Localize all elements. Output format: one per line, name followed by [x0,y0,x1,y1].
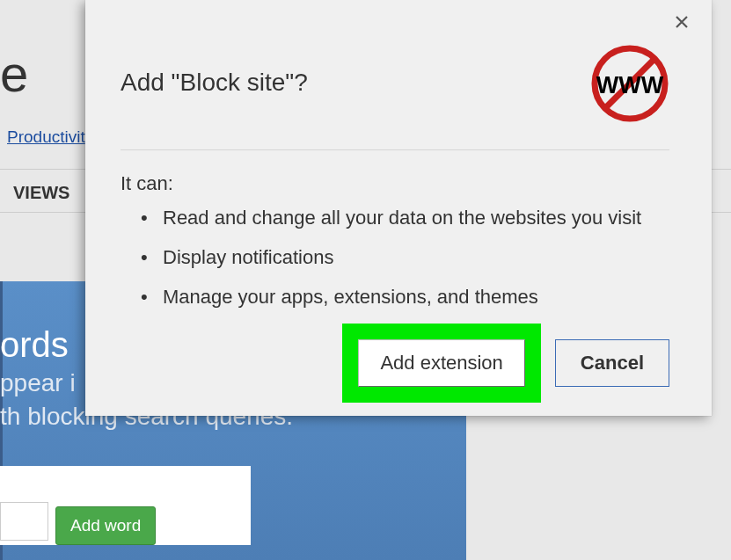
permissions-subtitle: It can: [121,172,173,195]
word-input[interactable] [0,502,48,541]
close-button[interactable] [671,12,692,33]
add-extension-button[interactable]: Add extension [358,339,524,387]
input-panel: Add word [0,466,251,545]
permissions-list: Read and change all your data on the web… [138,207,641,325]
cancel-button[interactable]: Cancel [555,339,669,387]
promo-text-line2: ppear i [0,369,76,397]
promo-text-line1: ords [0,325,69,365]
dialog-title: Add "Block site"? [121,69,308,97]
add-word-button[interactable]: Add word [55,506,156,545]
svg-text:WWW: WWW [596,72,664,98]
permission-item: Manage your apps, extensions, and themes [138,286,641,309]
divider [121,149,669,150]
extension-install-dialog: Add "Block site"? WWW It can: Read and c… [85,0,712,416]
page-title-fragment: e [0,44,28,103]
extension-icon: WWW [590,44,669,123]
permission-item: Display notifications [138,246,641,269]
dialog-button-row: Add extension Cancel [342,324,669,403]
category-link[interactable]: Productivit [7,127,85,147]
tab-views[interactable]: VIEWS [0,178,83,207]
highlight-annotation: Add extension [342,324,540,403]
close-icon [675,15,689,29]
permission-item: Read and change all your data on the web… [138,207,641,229]
